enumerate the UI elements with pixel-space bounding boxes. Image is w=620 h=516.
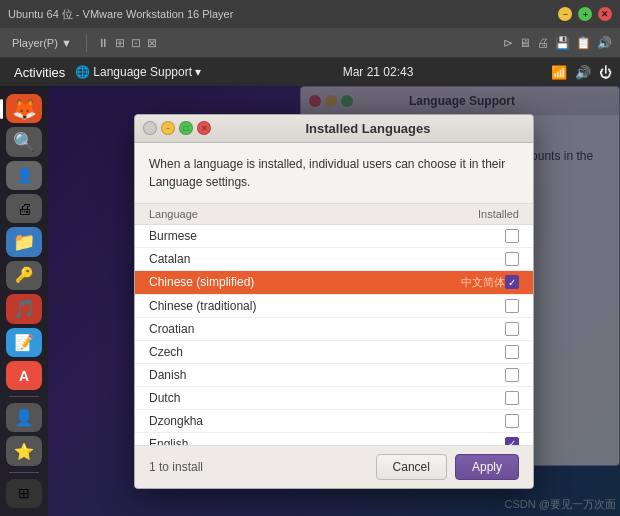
language-name: Chinese (simplified) [149,275,453,289]
vm-icon2[interactable]: 🖥 [519,36,531,50]
language-checkbox[interactable] [505,368,519,382]
language-name: Burmese [149,229,497,243]
list-item[interactable]: Danish [135,364,533,387]
language-list: BurmeseCatalanChinese (simplified)中文简体✓C… [135,225,533,445]
install-status: 1 to install [149,460,203,474]
language-name: Croatian [149,322,497,336]
language-name: Dzongkha [149,414,497,428]
dock-apps[interactable]: ⊞ [6,479,42,508]
dock-key[interactable]: 🔑 [6,261,42,290]
dock-user1[interactable]: 👤 [6,161,42,190]
vmware-titlebar: Ubuntu 64 位 - VMware Workstation 16 Play… [0,0,620,28]
sound-icon[interactable]: 🔊 [575,65,591,80]
dock-firefox[interactable]: 🦊 [6,94,42,123]
dialog-wm-buttons: － □ ✕ [143,121,211,135]
toolbar-separator [86,34,87,52]
dock-search[interactable]: 🔍 [6,127,42,156]
vmware-toolbar: Player(P) ▼ ⏸ ⊞ ⊡ ⊠ ⊳ 🖥 🖨 💾 📋 🔊 [0,28,620,58]
wm-close-btn[interactable]: ✕ [197,121,211,135]
vmware-close-button[interactable]: ✕ [598,7,612,21]
language-checkbox[interactable] [505,391,519,405]
activities-button[interactable]: Activities [8,65,71,80]
language-name: Catalan [149,252,497,266]
language-checkbox[interactable]: ✓ [505,275,519,289]
dropdown-icon: ▾ [195,65,201,79]
dock-files[interactable]: 📁 [6,227,42,256]
vmware-icon2[interactable]: ⊡ [131,36,141,50]
vm-icon5[interactable]: 📋 [576,36,591,50]
language-name: Danish [149,368,497,382]
dialog-titlebar: － □ ✕ Installed Languages [135,115,533,143]
language-checkbox[interactable]: ✓ [505,437,519,445]
globe-icon: 🌐 [75,65,90,79]
vmware-minimize-button[interactable]: － [558,7,572,21]
language-checkbox[interactable] [505,299,519,313]
language-checkbox[interactable] [505,414,519,428]
vmware-maximize-button[interactable]: ＋ [578,7,592,21]
dock-separator [9,396,39,397]
wm-extra-btn[interactable] [143,121,157,135]
language-checkbox[interactable] [505,229,519,243]
list-item[interactable]: Croatian [135,318,533,341]
dock-separator2 [9,472,39,473]
ubuntu-desktop: Activities 🌐 Language Support ▾ Mar 21 0… [0,58,620,516]
language-support-menu[interactable]: 🌐 Language Support ▾ [71,65,205,79]
language-checkbox[interactable] [505,252,519,266]
list-item[interactable]: Czech [135,341,533,364]
network-icon[interactable]: 📶 [551,65,567,80]
vmware-icon1[interactable]: ⊞ [115,36,125,50]
dock-language[interactable]: A [6,361,42,390]
dialog-list-header: Language Installed [135,204,533,225]
language-name: Czech [149,345,497,359]
col-language-header: Language [149,208,198,220]
list-item[interactable]: Burmese [135,225,533,248]
desktop-content: Language Support Regional Formats Displa… [48,86,620,516]
datetime-display: Mar 21 02:43 [205,65,551,79]
list-item[interactable]: Chinese (traditional) [135,295,533,318]
language-name: Chinese (traditional) [149,299,497,313]
vmware-window-controls: － ＋ ✕ [558,7,612,21]
list-item[interactable]: Dzongkha [135,410,533,433]
dialog-info: When a language is installed, individual… [135,143,533,204]
topbar-right-area: 📶 🔊 ⏻ [551,65,612,80]
list-item[interactable]: Dutch [135,387,533,410]
dock-printer[interactable]: 🖨 [6,194,42,223]
vm-icon4[interactable]: 💾 [555,36,570,50]
list-item[interactable]: English✓ [135,433,533,445]
modal-overlay: － □ ✕ Installed Languages When a languag… [48,86,620,516]
language-checkbox[interactable] [505,345,519,359]
dialog-footer: 1 to install Cancel Apply [135,445,533,488]
col-installed-header: Installed [478,208,519,220]
dock-star[interactable]: ⭐ [6,436,42,465]
list-item[interactable]: Chinese (simplified)中文简体✓ [135,271,533,295]
dialog-title: Installed Languages [211,121,525,136]
installed-languages-dialog: － □ ✕ Installed Languages When a languag… [134,114,534,489]
ubuntu-topbar: Activities 🌐 Language Support ▾ Mar 21 0… [0,58,620,86]
list-item[interactable]: Catalan [135,248,533,271]
vm-icon1[interactable]: ⊳ [503,36,513,50]
player-menu[interactable]: Player(P) ▼ [8,35,76,51]
dialog-buttons: Cancel Apply [376,454,519,480]
power-icon[interactable]: ⏻ [599,65,612,80]
vmware-title: Ubuntu 64 位 - VMware Workstation 16 Play… [8,7,233,22]
wm-maximize-btn[interactable]: □ [179,121,193,135]
language-name: English [149,437,497,445]
wm-minimize-btn[interactable]: － [161,121,175,135]
vmware-icon3[interactable]: ⊠ [147,36,157,50]
dock-rhythmbox[interactable]: 🎵 [6,294,42,323]
dock-user2[interactable]: 👤 [6,403,42,432]
vmware-right-icons: ⊳ 🖥 🖨 💾 📋 🔊 [503,36,612,50]
cancel-button[interactable]: Cancel [376,454,447,480]
vm-icon6[interactable]: 🔊 [597,36,612,50]
pause-icon[interactable]: ⏸ [97,36,109,50]
ubuntu-dock: 🦊 🔍 👤 🖨 📁 🔑 🎵 📝 A 👤 ⭐ ⊞ [0,86,48,516]
language-checkbox[interactable] [505,322,519,336]
language-name: Dutch [149,391,497,405]
language-note: 中文简体 [461,275,505,290]
apply-button[interactable]: Apply [455,454,519,480]
vm-icon3[interactable]: 🖨 [537,36,549,50]
dock-text[interactable]: 📝 [6,328,42,357]
